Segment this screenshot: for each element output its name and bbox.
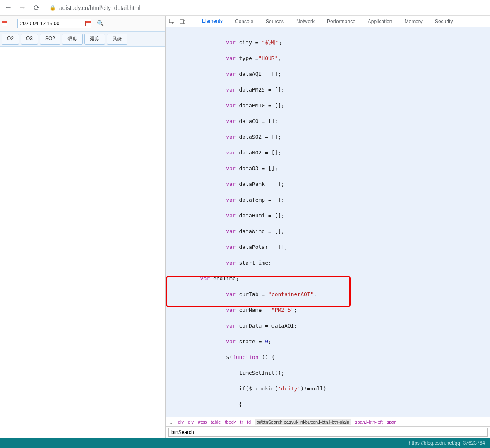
address-bar[interactable]: 🔒 aqistudy.cn/html/city_detail.html (50, 5, 141, 11)
reload-button[interactable]: ⟳ (31, 3, 41, 13)
date-separator: ~ (11, 21, 16, 27)
dom-breadcrumb: … div div #top table tbody tr td a#btnSe… (166, 417, 490, 426)
back-button[interactable]: ← (3, 3, 13, 13)
tab-temp[interactable]: 温度 (62, 34, 83, 45)
footer-text: https://blog.csdn.net/qq_37623764 (409, 440, 485, 446)
bc-div1[interactable]: div (178, 419, 184, 424)
tab-o2[interactable]: O2 (2, 34, 19, 45)
tab-console[interactable]: Console (231, 17, 257, 26)
bc-tbody[interactable]: tbody (225, 419, 236, 424)
lock-icon: 🔒 (50, 5, 56, 11)
devtools-search-input[interactable] (168, 428, 488, 437)
devtools-search-bar (166, 426, 490, 438)
date-filter-row: ~ 🔍 (0, 16, 165, 31)
bc-span-left[interactable]: span.l-btn-left (355, 419, 383, 424)
page-content: ~ 🔍 O2 O3 SO2 温度 湿度 风级 (0, 16, 166, 438)
watermark-footer: https://blog.csdn.net/qq_37623764 (0, 438, 490, 448)
device-icon[interactable] (179, 18, 186, 25)
bc-top[interactable]: #top (198, 419, 207, 424)
svg-rect-1 (180, 19, 183, 24)
source-code[interactable]: var city = "杭州"; var type ="HOUR"; var d… (166, 27, 490, 417)
tab-sources[interactable]: Sources (262, 17, 288, 26)
bc-tr[interactable]: tr (240, 419, 243, 424)
devtools-toolbar: Elements Console Sources Network Perform… (166, 16, 490, 27)
bc-div2[interactable]: div (188, 419, 194, 424)
forward-button[interactable]: → (17, 3, 27, 13)
tab-application[interactable]: Application (364, 17, 396, 26)
tab-humidity[interactable]: 湿度 (84, 34, 105, 45)
tab-elements[interactable]: Elements (198, 17, 227, 26)
tab-security[interactable]: Security (431, 17, 457, 26)
bc-btnsearch[interactable]: a#btnSearch.easyui-linkbutton.l-btn.l-bt… (255, 419, 351, 425)
svg-rect-2 (184, 21, 185, 24)
url-text: aqistudy.cn/html/city_detail.html (59, 5, 141, 11)
inspect-icon[interactable] (168, 18, 175, 25)
tab-memory[interactable]: Memory (401, 17, 427, 26)
bc-table[interactable]: table (211, 419, 221, 424)
tab-network[interactable]: Network (292, 17, 319, 26)
tab-wind[interactable]: 风级 (107, 34, 127, 45)
metric-tabs: O2 O3 SO2 温度 湿度 风级 (0, 31, 165, 47)
tab-o3[interactable]: O3 (21, 34, 38, 45)
bc-td[interactable]: td (247, 419, 251, 424)
calendar-icon[interactable] (85, 21, 91, 26)
calendar-icon[interactable] (2, 21, 7, 26)
bc-span[interactable]: span (387, 419, 397, 424)
date-to-input[interactable] (17, 19, 91, 28)
browser-toolbar: ← → ⟳ 🔒 aqistudy.cn/html/city_detail.htm… (0, 0, 490, 16)
tab-so2[interactable]: SO2 (40, 34, 60, 45)
highlight-box (166, 276, 351, 307)
search-icon[interactable]: 🔍 (97, 20, 104, 27)
bc-ellipsis[interactable]: … (169, 419, 174, 424)
devtools-panel: Elements Console Sources Network Perform… (166, 16, 490, 438)
tab-performance[interactable]: Performance (323, 17, 360, 26)
